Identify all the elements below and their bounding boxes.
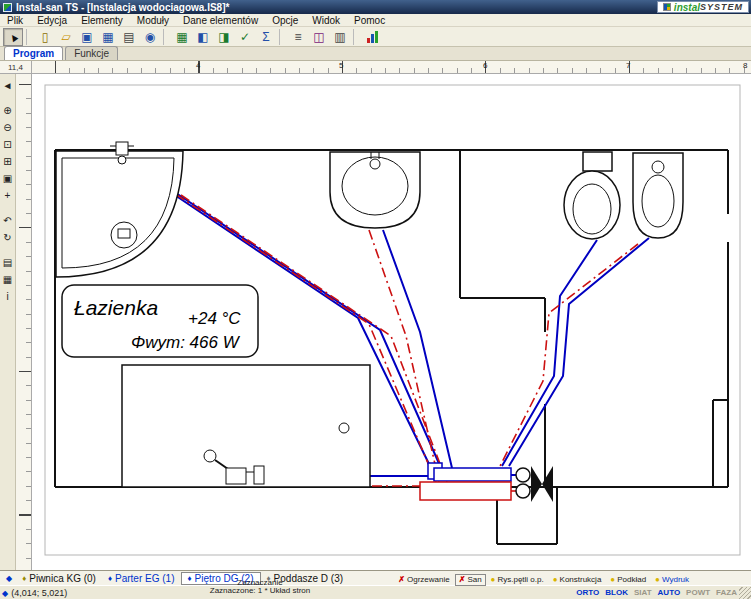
floor-tab-piwnica[interactable]: ♦ Piwnica KG (0) xyxy=(16,572,102,585)
data-tables-button[interactable]: ▦ xyxy=(172,28,192,46)
valve-meter xyxy=(516,468,530,482)
tab-funkcje[interactable]: Funkcje xyxy=(65,46,118,60)
toggle-powt[interactable]: POWT xyxy=(686,588,710,597)
toggle-auto[interactable]: AUTO xyxy=(658,588,681,597)
cross-icon: ✗ xyxy=(459,575,466,584)
washbasin[interactable] xyxy=(330,152,420,228)
coords-icon: ◆ xyxy=(2,589,8,598)
info-icon[interactable]: i xyxy=(1,288,15,303)
menu-elementy[interactable]: Elementy xyxy=(74,15,130,26)
pipe-cold[interactable] xyxy=(383,230,452,468)
layer-label: Konstrukcja xyxy=(560,575,602,584)
view-tabstrip: Program Funkcje xyxy=(0,47,751,61)
app-icon xyxy=(3,3,12,12)
layers-icon[interactable]: ▤ xyxy=(1,254,15,269)
valve-meter xyxy=(516,484,530,498)
previous-view-icon[interactable]: ↶ xyxy=(1,212,15,227)
zoom-out-icon[interactable]: ⊖ xyxy=(1,119,15,134)
lists-icon: ≡ xyxy=(294,30,301,44)
new-file-icon: ▯ xyxy=(42,30,49,44)
layer-tab-ogrzewanie[interactable]: ✗ Ogrzewanie xyxy=(394,574,453,586)
room-name: Łazienka xyxy=(74,296,158,319)
printouts-icon: ▥ xyxy=(334,30,345,44)
menu-edycja[interactable]: Edycja xyxy=(30,15,74,26)
check-icon: ✓ xyxy=(240,30,250,44)
menu-moduly[interactable]: Moduły xyxy=(130,15,176,26)
room-temperature: +24 °C xyxy=(188,309,241,328)
bathtub[interactable] xyxy=(56,142,183,277)
layer-tabbar: ✗ Ogrzewanie ✗ San ● Rys.pętli o.p. ● Ko… xyxy=(394,573,693,586)
save-all-button[interactable]: ▦ xyxy=(98,28,118,46)
menu-opcje[interactable]: Opcje xyxy=(265,15,305,26)
menu-pomoc[interactable]: Pomoc xyxy=(347,15,392,26)
layer-tab-rys-petli[interactable]: ● Rys.pętli o.p. xyxy=(487,574,548,586)
menu-dane-elementow[interactable]: Dane elementów xyxy=(176,15,265,26)
pan-icon[interactable]: + xyxy=(1,187,15,202)
resize-grip[interactable] xyxy=(739,587,751,599)
counter[interactable] xyxy=(122,365,370,487)
calculate-icon: Σ xyxy=(262,30,269,44)
redraw-icon[interactable]: ↻ xyxy=(1,229,15,244)
lists-button[interactable]: ≡ xyxy=(288,28,308,46)
general-data-button[interactable]: ◨ xyxy=(214,28,234,46)
elements-data-button[interactable]: ◧ xyxy=(193,28,213,46)
layer-label: Podkład xyxy=(617,575,646,584)
save-icon: ▣ xyxy=(81,30,92,44)
zoom-page-icon[interactable]: ▣ xyxy=(1,170,15,185)
printer-icon: ▤ xyxy=(123,30,134,44)
printouts-button[interactable]: ▥ xyxy=(330,28,350,46)
pointer-icon: ▲ xyxy=(5,28,21,44)
room-label[interactable]: Łazienka +24 °C Φwym: 466 W xyxy=(62,285,258,357)
check-data-button[interactable]: ✓ xyxy=(235,28,255,46)
elements-table-icon: ◧ xyxy=(197,30,208,44)
pipe-cold[interactable] xyxy=(509,238,649,466)
save-all-icon: ▦ xyxy=(102,30,113,44)
ruler-label: 5 xyxy=(339,61,343,70)
toolbar-separator xyxy=(26,29,32,45)
valve-icon[interactable] xyxy=(516,466,553,502)
results-button[interactable]: ◫ xyxy=(309,28,329,46)
toggle-blok[interactable]: BLOK xyxy=(605,588,628,597)
layer-tab-konstrukcja[interactable]: ● Konstrukcja xyxy=(549,574,606,586)
toolbar-separator xyxy=(163,29,169,45)
print-preview-button[interactable]: ◉ xyxy=(140,28,160,46)
menu-widok[interactable]: Widok xyxy=(305,15,347,26)
bathtub-fitting xyxy=(118,229,130,238)
ruler-label: 6 xyxy=(483,61,487,70)
valve-body xyxy=(531,466,542,502)
open-file-button[interactable]: ▱ xyxy=(56,28,76,46)
new-file-button[interactable]: ▯ xyxy=(35,28,55,46)
data-table-icon: ▦ xyxy=(176,30,187,44)
manifold[interactable] xyxy=(420,463,511,500)
zoom-fit-icon[interactable]: ⊞ xyxy=(1,153,15,168)
room-power: Φwym: 466 W xyxy=(131,333,241,352)
statistics-button[interactable] xyxy=(362,28,382,46)
canvas-area[interactable]: Łazienka +24 °C Φwym: 466 W xyxy=(32,74,751,570)
toilet[interactable] xyxy=(564,152,620,239)
toggle-siat[interactable]: SIAT xyxy=(634,588,652,597)
layer-tab-podklad[interactable]: ● Podkład xyxy=(606,574,650,586)
floor-nav-icon[interactable]: ◆ xyxy=(2,574,16,583)
save-button[interactable]: ▣ xyxy=(77,28,97,46)
manifold-cold xyxy=(434,468,511,481)
bulb-icon: ● xyxy=(491,575,496,584)
zoom-window-icon[interactable]: ⊡ xyxy=(1,136,15,151)
drawing-canvas[interactable]: Łazienka +24 °C Φwym: 466 W xyxy=(32,74,751,570)
grid-icon[interactable]: ▦ xyxy=(1,271,15,286)
pipe-cold[interactable] xyxy=(502,240,597,466)
select-tool-icon[interactable]: ◄ xyxy=(1,77,15,92)
pointer-tool-button[interactable]: ▲ xyxy=(3,28,23,46)
menu-bar: Plik Edycja Elementy Moduły Dane element… xyxy=(0,14,751,27)
zoom-in-icon[interactable]: ⊕ xyxy=(1,102,15,117)
layer-tab-san[interactable]: ✗ San xyxy=(455,574,486,586)
toggle-faza[interactable]: FAZA xyxy=(716,588,737,597)
print-button[interactable]: ▤ xyxy=(119,28,139,46)
pipe-hot[interactable] xyxy=(369,230,439,482)
calculate-button[interactable]: Σ xyxy=(256,28,276,46)
menu-plik[interactable]: Plik xyxy=(0,15,30,26)
tab-program[interactable]: Program xyxy=(4,46,63,60)
layer-tab-wydruk[interactable]: ● Wydruk xyxy=(651,574,693,586)
bidet[interactable] xyxy=(633,153,683,238)
toggle-orto[interactable]: ORTO xyxy=(576,588,599,597)
results-icon: ◫ xyxy=(313,30,324,44)
